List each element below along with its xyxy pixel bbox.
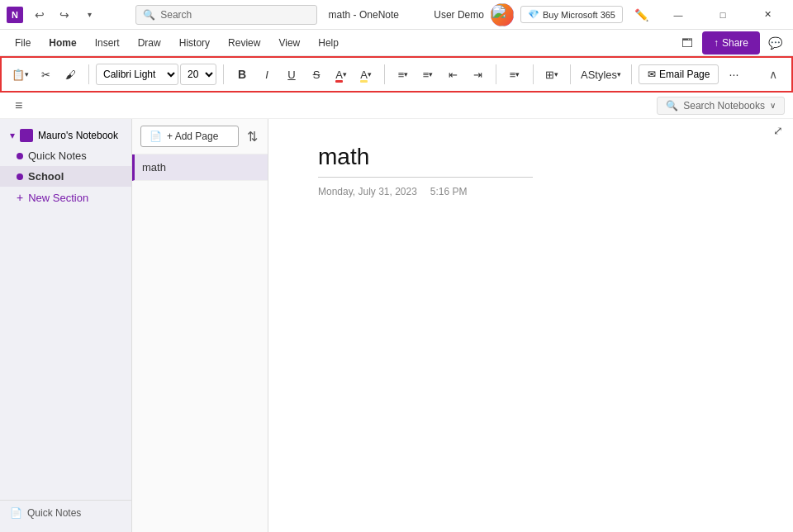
menu-file[interactable]: File: [7, 34, 39, 52]
pen-button[interactable]: ✏️: [629, 3, 653, 26]
email-page-button[interactable]: ✉ Email Page: [639, 64, 719, 84]
font-group: Calibri Light Calibri Arial 20 12 14 16 …: [96, 64, 216, 85]
school-dot: [17, 173, 23, 180]
page-title[interactable]: math: [318, 144, 743, 170]
sidebar-item-quick-notes[interactable]: Quick Notes: [0, 145, 131, 166]
user-area: User Demo: [434, 3, 514, 26]
school-label: School: [28, 170, 64, 183]
pages-header: 📄 + Add Page ⇅: [132, 119, 268, 154]
highlight-icon: A: [360, 69, 368, 81]
numbered-list-button[interactable]: ≡▾: [416, 63, 439, 86]
main-layout: ▾ Mauro's Notebook Quick Notes School + …: [0, 119, 793, 532]
underline-button[interactable]: U: [280, 63, 303, 86]
ribbon-display-button[interactable]: 🗔: [676, 31, 699, 55]
undo-button[interactable]: ↩: [28, 3, 51, 26]
title-bar-right: User Demo 💎 Buy Microsoft 365 ✏️ — □ ✕: [434, 0, 786, 30]
add-page-label: + Add Page: [167, 131, 218, 142]
menu-draw[interactable]: Draw: [130, 34, 169, 52]
insert-table-button[interactable]: ⊞▾: [540, 63, 563, 86]
new-section-label: New Section: [28, 192, 88, 204]
highlight-button[interactable]: A ▾: [354, 63, 378, 86]
notebook-icon: [20, 129, 33, 142]
quick-notes-footer-label: Quick Notes: [27, 507, 81, 519]
close-button[interactable]: ✕: [748, 0, 786, 30]
bold-button[interactable]: B: [230, 63, 254, 86]
menu-view[interactable]: View: [270, 34, 308, 52]
font-family-select[interactable]: Calibri Light Calibri Arial: [96, 64, 178, 85]
redo-button[interactable]: ↪: [53, 3, 76, 26]
new-section-button[interactable]: + New Section: [0, 187, 131, 208]
sep5: [533, 64, 534, 84]
quick-notes-label: Quick Notes: [28, 150, 87, 162]
editor-area: ⤢ math Monday, July 31, 2023 5:16 PM: [268, 119, 793, 532]
menu-review[interactable]: Review: [220, 34, 268, 52]
ms365-button[interactable]: 💎 Buy Microsoft 365: [520, 6, 623, 23]
indent-button[interactable]: ⇥: [466, 63, 489, 86]
search-notebooks-input[interactable]: 🔍 Search Notebooks ∨: [657, 97, 785, 115]
italic-button[interactable]: I: [255, 63, 278, 86]
cut-button[interactable]: ✂: [34, 63, 57, 86]
paste-button[interactable]: 📋▾: [8, 63, 32, 86]
notebook-expand-icon: ▾: [10, 130, 15, 141]
title-bar-left: N ↩ ↪ ▾: [7, 3, 101, 26]
bullet-list-button[interactable]: ≡▾: [392, 63, 415, 86]
customize-button[interactable]: ▾: [78, 3, 101, 26]
page-meta: Monday, July 31, 2023 5:16 PM: [318, 186, 743, 197]
format-painter-icon: 🖌: [65, 69, 76, 81]
sep1: [88, 64, 89, 84]
diamond-icon: 💎: [528, 9, 539, 20]
ms365-label: Buy Microsoft 365: [543, 10, 615, 20]
user-name: User Demo: [434, 9, 484, 21]
sidebar-footer[interactable]: 📄 Quick Notes: [0, 500, 131, 525]
email-page-label: Email Page: [659, 69, 710, 80]
font-size-select[interactable]: 20 12 14 16 18 24: [180, 64, 216, 85]
menu-bar: File Home Insert Draw History Review Vie…: [0, 30, 793, 56]
collapse-ribbon-button[interactable]: ∧: [762, 63, 785, 86]
outdent-button[interactable]: ⇤: [441, 63, 464, 86]
sidebar-item-school[interactable]: School: [0, 166, 131, 187]
add-page-button[interactable]: 📄 + Add Page: [140, 126, 239, 147]
menu-home[interactable]: Home: [40, 34, 84, 52]
title-search-placeholder: Search: [160, 9, 192, 21]
menu-history[interactable]: History: [171, 34, 218, 52]
window-title: math - OneNote: [329, 9, 399, 21]
menu-help[interactable]: Help: [310, 34, 347, 52]
align-button[interactable]: ≡▾: [503, 63, 526, 86]
sep2: [223, 64, 224, 84]
menu-insert[interactable]: Insert: [87, 34, 128, 52]
add-icon: +: [17, 191, 23, 204]
sort-pages-button[interactable]: ⇅: [245, 127, 259, 146]
email-icon: ✉: [648, 69, 656, 80]
expand-editor-button[interactable]: ⤢: [773, 124, 783, 137]
search-nb-icon: 🔍: [666, 100, 678, 112]
pages-panel: 📄 + Add Page ⇅ math: [132, 119, 268, 532]
font-color-button[interactable]: A ▾: [330, 63, 353, 86]
sep3: [384, 64, 385, 84]
notebook-header[interactable]: ▾ Mauro's Notebook: [0, 126, 131, 145]
share-label: Share: [722, 37, 748, 49]
page-time: 5:16 PM: [430, 186, 468, 197]
add-page-icon: 📄: [150, 131, 162, 142]
maximize-button[interactable]: □: [704, 0, 742, 30]
hamburger-button[interactable]: ≡: [8, 95, 29, 116]
search-icon: 🔍: [143, 9, 155, 21]
styles-button[interactable]: A Styles ▾: [577, 63, 624, 86]
title-bar: N ↩ ↪ ▾ 🔍 Search math - OneNote User Dem…: [0, 0, 793, 30]
list-group: ≡▾ ≡▾ ⇤ ⇥: [392, 63, 489, 86]
more-button[interactable]: ···: [722, 63, 745, 86]
notebook-name: Mauro's Notebook: [38, 130, 118, 141]
title-search-box[interactable]: 🔍 Search: [135, 5, 317, 25]
title-underline: [318, 177, 533, 178]
strikethrough-button[interactable]: S: [305, 63, 328, 86]
minimize-button[interactable]: —: [659, 0, 697, 30]
menu-right: 🗔 ↑ Share 💬: [676, 31, 786, 55]
share-button[interactable]: ↑ Share: [702, 31, 760, 55]
comments-button[interactable]: 💬: [763, 31, 786, 55]
avatar-img: [491, 3, 514, 26]
format-painter-button[interactable]: 🖌: [59, 63, 82, 86]
quick-notes-footer-icon: 📄: [10, 507, 22, 519]
editor-content[interactable]: math Monday, July 31, 2023 5:16 PM: [268, 119, 793, 532]
styles-group: A Styles ▾: [577, 63, 624, 86]
align-group: ≡▾: [503, 63, 526, 86]
page-item-math[interactable]: math: [132, 154, 268, 181]
